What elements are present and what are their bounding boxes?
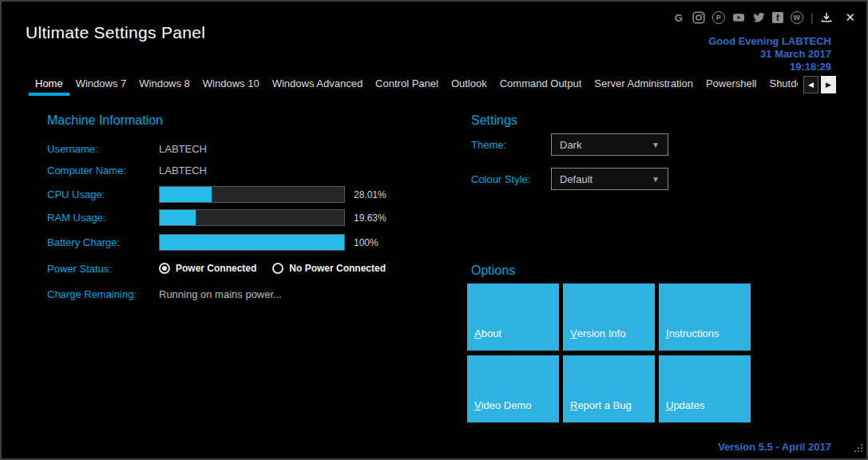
cpu-usage-progressbar: [159, 186, 345, 203]
greeting-text: Good Evening LABTECH: [708, 35, 831, 48]
theme-dropdown[interactable]: Dark ▼: [551, 133, 668, 156]
app-title: Ultimate Settings Panel: [26, 23, 205, 42]
tab-scroll-right-button[interactable]: ▶: [821, 76, 836, 93]
chevron-down-icon: ▼: [652, 175, 660, 184]
computer-name-label: Computer Name:: [47, 165, 126, 176]
ram-usage-label: RAM Usage:: [47, 212, 106, 224]
titlebar-icon-bar: G P f W | ✕: [672, 10, 855, 26]
tab-strip: Home Windows 7 Windows 8 Windows 10 Wind…: [29, 74, 798, 96]
about-button[interactable]: About: [467, 284, 559, 351]
machine-information-heading: Machine Information: [47, 113, 163, 128]
tab-server-administration[interactable]: Server Administration: [588, 74, 700, 96]
tab-outlook[interactable]: Outlook: [445, 74, 493, 96]
settings-heading: Settings: [471, 113, 517, 128]
power-status-radio-group: Power Connected No Power Connected: [159, 263, 402, 274]
options-heading: Options: [471, 264, 515, 278]
date-text: 31 March 2017: [708, 48, 831, 61]
video-demo-button[interactable]: Video Demo: [467, 355, 559, 422]
pinterest-icon[interactable]: P: [712, 11, 725, 24]
ram-usage-progress-fill: [160, 210, 196, 225]
power-connected-radio[interactable]: [159, 263, 170, 274]
charge-remaining-value: Running on mains power...: [159, 288, 282, 300]
titlebar-divider: |: [811, 11, 814, 24]
power-connected-radio-label[interactable]: Power Connected: [176, 263, 256, 274]
facebook-icon[interactable]: f: [772, 12, 783, 23]
battery-charge-progressbar: [159, 234, 345, 251]
cpu-usage-percent: 28.01%: [354, 189, 386, 200]
tab-home[interactable]: Home: [29, 74, 69, 96]
username-value: LABTECH: [159, 143, 207, 155]
greeting-block: Good Evening LABTECH 31 March 2017 19:18…: [708, 35, 831, 73]
tab-windows-10[interactable]: Windows 10: [196, 74, 266, 96]
tab-command-output[interactable]: Command Output: [493, 74, 589, 96]
download-icon[interactable]: [820, 11, 833, 24]
colour-style-dropdown-value: Default: [560, 173, 593, 185]
version-info-button[interactable]: Version Info: [563, 284, 655, 351]
tab-control-panel[interactable]: Control Panel: [369, 74, 445, 96]
tab-shutdown[interactable]: Shutdown C: [763, 74, 798, 96]
updates-button[interactable]: Updates: [659, 355, 751, 422]
chevron-down-icon: ▼: [652, 141, 660, 149]
theme-dropdown-value: Dark: [560, 139, 581, 151]
tab-powershell[interactable]: Powershell: [700, 74, 763, 96]
ram-usage-progressbar: [159, 209, 345, 226]
charge-remaining-label: Charge Remaining:: [47, 288, 137, 300]
power-status-label: Power Status:: [47, 263, 112, 275]
theme-label: Theme:: [471, 139, 506, 151]
google-icon[interactable]: G: [672, 11, 685, 24]
cpu-usage-progress-fill: [160, 187, 212, 202]
battery-charge-percent: 100%: [354, 237, 379, 248]
colour-style-dropdown[interactable]: Default ▼: [551, 168, 668, 190]
tab-windows-advanced[interactable]: Windows Advanced: [266, 74, 369, 96]
version-text: Version 5.5 - April 2017: [718, 441, 831, 453]
clock-text: 19:18:29: [708, 61, 831, 73]
colour-style-label: Colour Style:: [471, 173, 530, 185]
resize-grip[interactable]: [853, 442, 863, 456]
battery-charge-progress-fill: [160, 235, 344, 250]
ram-usage-percent: 19.63%: [354, 212, 386, 224]
radio-selected-dot: [162, 266, 167, 271]
report-a-bug-button[interactable]: Report a Bug: [563, 355, 655, 422]
youtube-icon[interactable]: [732, 11, 745, 24]
no-power-connected-radio[interactable]: [272, 263, 283, 274]
close-icon[interactable]: ✕: [845, 10, 855, 25]
cpu-usage-label: CPU Usage:: [47, 188, 105, 200]
tab-windows-8[interactable]: Windows 8: [133, 74, 196, 96]
no-power-connected-radio-label[interactable]: No Power Connected: [289, 263, 386, 274]
computer-name-value: LABTECH: [159, 165, 207, 176]
instagram-icon[interactable]: [692, 11, 705, 24]
battery-charge-label: Battery Charge:: [47, 236, 120, 248]
username-label: Username:: [47, 143, 98, 155]
app-window: Ultimate Settings Panel G P f W | ✕ Good…: [0, 0, 868, 460]
wordpress-icon[interactable]: W: [791, 11, 803, 24]
tab-windows-7[interactable]: Windows 7: [69, 74, 133, 96]
twitter-icon[interactable]: [752, 11, 765, 24]
instructions-button[interactable]: Instructions: [659, 284, 751, 351]
tab-scroll-left-button[interactable]: ◀: [803, 76, 818, 93]
